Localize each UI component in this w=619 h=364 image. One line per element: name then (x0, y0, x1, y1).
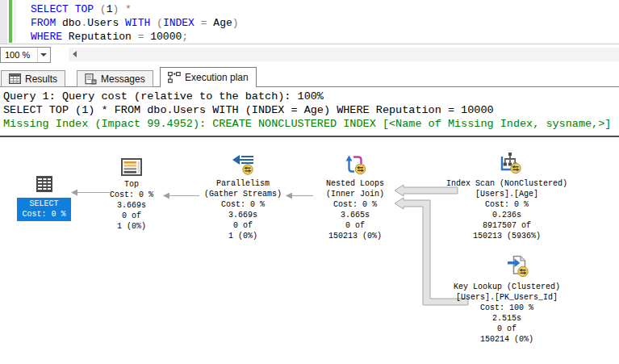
triangle-left-icon (73, 51, 77, 57)
horizontal-scrollbar[interactable] (69, 48, 619, 61)
plan-node-nested-loops[interactable]: Nested Loops(Inner Join)Cost: 0 %3.665s0… (286, 153, 424, 241)
plan-header-query-cost: Query 1: Query cost (relative to the bat… (3, 90, 619, 103)
zoom-level-value: 100 % (5, 50, 30, 60)
execution-plan-icon (168, 72, 181, 83)
messages-icon (85, 73, 97, 85)
ssms-window: SELECT TOP (1) *FROM dbo.Users WITH (IND… (0, 0, 619, 364)
results-tab-strip: ResultsMessagesExecution plan (0, 66, 619, 87)
scroll-left-button[interactable] (70, 48, 82, 61)
sql-code: SELECT TOP (1) *FROM dbo.Users WITH (IND… (31, 2, 239, 44)
change-tracking-bar (9, 0, 12, 43)
tab-messages[interactable]: Messages (77, 70, 153, 87)
results-grid-icon (9, 73, 21, 84)
zoom-dropdown-button[interactable] (37, 48, 50, 62)
missing-index-suggestion[interactable]: Missing Index (Impact 99.4952): CREATE N… (3, 117, 619, 131)
chevron-down-icon (40, 53, 47, 56)
code-line: FROM dbo.Users WITH (INDEX = Age) (31, 16, 239, 30)
execution-plan-canvas[interactable]: SELECTCost: 0 %TopCost: 0 %3.669s0 of1 (… (0, 137, 619, 364)
editor-outline-margin (15, 0, 15, 43)
code-line: WHERE Reputation = 10000; (31, 30, 239, 44)
editor-bottom-bar: 100 % (0, 45, 619, 65)
top-rows-icon (121, 158, 142, 176)
plan-node-text: Nested Loops(Inner Join)Cost: 0 %3.665s0… (286, 178, 424, 241)
tab-results[interactable]: Results (1, 70, 65, 87)
editor-indicator-margin (0, 0, 7, 44)
nested-loops-icon (345, 153, 366, 174)
plan-header-statement: SELECT TOP (1) * FROM dbo.Users WITH (IN… (3, 103, 619, 117)
tab-label: Execution plan (185, 72, 249, 83)
plan-header: Query 1: Query cost (relative to the bat… (0, 87, 619, 136)
plan-node-text: Index Scan (NonClustered)[Users].[Age]Co… (438, 178, 575, 241)
tab-label: Results (25, 73, 57, 85)
plan-node-index-scan[interactable]: Index Scan (NonClustered)[Users].[Age]Co… (438, 152, 575, 241)
key-lookup-icon (507, 255, 529, 277)
tab-execution-plan[interactable]: Execution plan (160, 67, 257, 87)
code-line: SELECT TOP (1) * (31, 2, 239, 16)
parallelism-icon (232, 154, 254, 175)
zoom-level-dropdown[interactable]: 100 % (0, 47, 51, 63)
plan-node-text: Key Lookup (Clustered)[Users].[PK_Users_… (438, 282, 575, 345)
index-scan-icon (498, 152, 522, 174)
result-grid-icon (36, 174, 53, 194)
query-editor[interactable]: SELECT TOP (1) *FROM dbo.Users WITH (IND… (0, 0, 619, 44)
tab-label: Messages (101, 73, 145, 85)
plan-node-key-lookup[interactable]: Key Lookup (Clustered)[Users].[PK_Users_… (438, 255, 575, 345)
